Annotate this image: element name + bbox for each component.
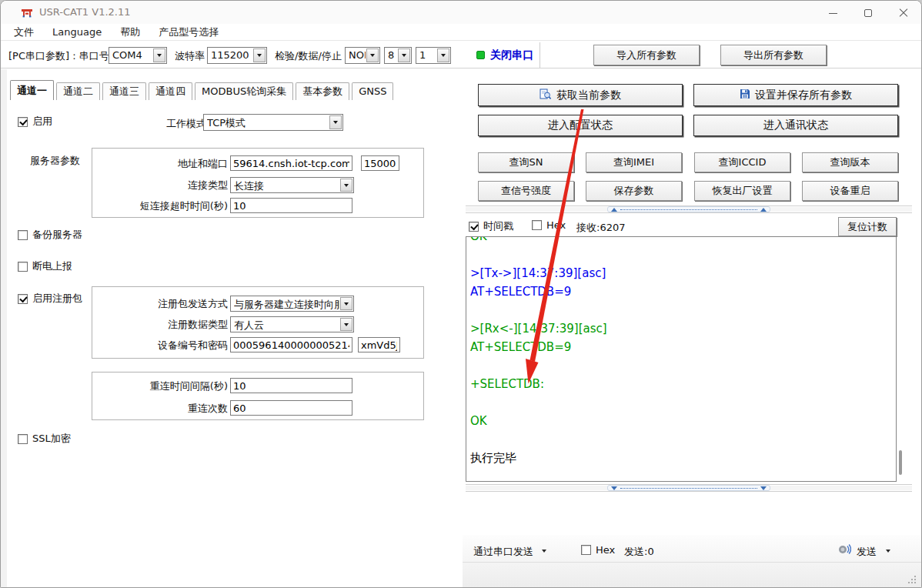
splitter-bottom[interactable] xyxy=(466,484,912,492)
chevron-down-icon[interactable] xyxy=(398,48,410,62)
reboot-button[interactable]: 设备重启 xyxy=(802,181,898,201)
log-output[interactable]: OK >[Tx->][14:37:39][asc]AT+SELECTDB=9 >… xyxy=(466,236,897,482)
titlebar: USR-CAT1 V1.2.11 xyxy=(1,1,921,24)
chevron-down-icon[interactable] xyxy=(542,550,546,553)
reg-send-mode-select[interactable]: 与服务器建立连接时向服务 xyxy=(230,296,354,312)
menu-file[interactable]: 文件 xyxy=(14,25,34,39)
save-params-button[interactable]: 保存参数 xyxy=(586,181,682,201)
caption-buttons xyxy=(815,1,921,25)
enable-reg-pkg-checkbox[interactable]: 启用注册包 xyxy=(18,292,82,306)
stopbits-select[interactable]: 1 xyxy=(416,47,451,64)
send-text-input-area[interactable] xyxy=(466,493,912,535)
power-off-report-checkbox[interactable]: 断电上报 xyxy=(18,259,72,273)
parity-data-stop-label: 检验/数据/停止 xyxy=(275,49,342,63)
close-icon xyxy=(899,8,908,18)
checkbox-box[interactable] xyxy=(18,262,28,272)
export-params-button[interactable]: 导出所有参数 xyxy=(720,45,827,65)
menu-help[interactable]: 帮助 xyxy=(120,25,140,39)
resize-grip[interactable] xyxy=(907,575,917,584)
checkbox-box[interactable] xyxy=(18,294,28,304)
splitter-top[interactable] xyxy=(466,205,912,213)
reconnect-interval-input[interactable] xyxy=(230,378,352,393)
close-button[interactable] xyxy=(886,1,921,25)
conn-type-select[interactable]: 长连接 xyxy=(230,177,354,193)
send-via-serial-dropdown[interactable]: 通过串口发送 xyxy=(473,545,533,559)
reconnect-times-input[interactable] xyxy=(230,400,352,416)
splitter-dots xyxy=(620,209,757,210)
checkbox-box[interactable] xyxy=(532,220,542,230)
reset-count-button[interactable]: 复位计数 xyxy=(838,217,897,236)
close-port-button[interactable]: 关闭串口 xyxy=(490,48,533,62)
short-conn-timeout-input[interactable] xyxy=(230,198,352,213)
work-mode-select[interactable]: TCP模式 xyxy=(203,114,343,131)
reg-data-type-select[interactable]: 有人云 xyxy=(230,316,354,332)
checkbox-box[interactable] xyxy=(469,222,479,232)
query-version-button[interactable]: 查询版本 xyxy=(802,152,898,172)
send-hex-checkbox[interactable]: Hex xyxy=(581,544,615,556)
minimize-icon xyxy=(829,13,837,14)
splitter-collapse-handle[interactable] xyxy=(607,485,770,491)
tab-channel-4[interactable]: 通道四 xyxy=(149,82,192,100)
factory-reset-button[interactable]: 恢复出厂设置 xyxy=(694,181,790,201)
device-id-input[interactable] xyxy=(230,337,352,352)
recv-hex-checkbox[interactable]: Hex xyxy=(532,219,566,231)
log-scrollbar-thumb[interactable] xyxy=(899,450,902,475)
send-bar xyxy=(463,535,922,588)
reconnect-times-label: 重连次数 xyxy=(95,402,228,416)
channel-tabs: 通道一 通道二 通道三 通道四 MODBUS轮询采集 基本参数 GNSS xyxy=(10,80,396,100)
ssl-checkbox[interactable]: SSL加密 xyxy=(18,432,71,446)
tab-gnss[interactable]: GNSS xyxy=(352,82,393,100)
minimize-button[interactable] xyxy=(815,1,850,25)
chevron-down-icon[interactable] xyxy=(153,48,165,62)
databits-select[interactable]: 8 xyxy=(384,47,412,64)
set-save-all-button[interactable]: 设置并保存所有参数 xyxy=(693,84,898,106)
chevron-down-icon[interactable] xyxy=(253,48,266,62)
chevron-down-icon[interactable] xyxy=(340,297,352,310)
query-iccid-button[interactable]: 查询ICCID xyxy=(694,152,790,172)
checkbox-box[interactable] xyxy=(18,434,28,444)
chevron-down-icon[interactable] xyxy=(366,48,379,62)
query-imei-button[interactable]: 查询IMEI xyxy=(586,152,682,172)
work-mode-label: 工作模式 xyxy=(166,117,206,131)
chevron-down-icon[interactable] xyxy=(886,550,890,553)
backup-server-checkbox[interactable]: 备份服务器 xyxy=(18,228,82,242)
timestamp-checkbox[interactable]: 时间戳 xyxy=(469,219,513,233)
import-params-button[interactable]: 导入所有参数 xyxy=(593,45,700,65)
enter-comm-button[interactable]: 进入通讯状态 xyxy=(693,115,898,136)
query-signal-button[interactable]: 查信号强度 xyxy=(478,181,574,201)
get-params-button[interactable]: 获取当前参数 xyxy=(478,84,683,106)
short-conn-timeout-label: 短连接超时时间(秒) xyxy=(95,199,228,213)
com-port-select[interactable]: COM4 xyxy=(109,47,167,64)
parity-select[interactable]: NONI xyxy=(345,47,380,64)
chevron-down-icon[interactable] xyxy=(340,179,352,192)
port-open-indicator-icon xyxy=(476,51,485,59)
send-button[interactable]: 发送 xyxy=(857,545,877,559)
chevron-down-icon[interactable] xyxy=(437,48,449,62)
enable-checkbox[interactable]: 启用 xyxy=(18,115,52,129)
chevron-down-icon[interactable] xyxy=(329,115,342,129)
serial-params-label: [PC串口参数] : 串口号 xyxy=(8,49,109,63)
server-address-input[interactable] xyxy=(230,155,352,171)
query-sn-button[interactable]: 查询SN xyxy=(478,152,574,172)
menu-language[interactable]: Language xyxy=(52,26,102,38)
device-password-input[interactable] xyxy=(358,337,400,352)
chevron-down-icon[interactable] xyxy=(340,318,352,331)
checkbox-box[interactable] xyxy=(18,117,28,127)
baud-label: 波特率 xyxy=(175,49,205,63)
triangle-up-icon xyxy=(760,208,767,212)
menu-product-model[interactable]: 产品型号选择 xyxy=(159,25,219,39)
maximize-button[interactable] xyxy=(850,1,886,25)
tab-channel-2[interactable]: 通道二 xyxy=(56,82,100,100)
splitter-collapse-handle[interactable] xyxy=(607,206,770,212)
floppy-disk-icon xyxy=(740,89,750,102)
baud-select[interactable]: 115200 xyxy=(207,47,267,64)
enter-config-button[interactable]: 进入配置状态 xyxy=(478,115,683,136)
tab-modbus-poll[interactable]: MODBUS轮询采集 xyxy=(195,82,293,100)
server-port-input[interactable] xyxy=(361,155,399,171)
tab-channel-1[interactable]: 通道一 xyxy=(10,80,54,100)
checkbox-box[interactable] xyxy=(18,230,28,240)
tab-channel-3[interactable]: 通道三 xyxy=(102,82,146,100)
tab-basic-params[interactable]: 基本参数 xyxy=(296,82,349,100)
window-title: USR-CAT1 V1.2.11 xyxy=(39,6,131,18)
checkbox-box[interactable] xyxy=(581,545,591,555)
